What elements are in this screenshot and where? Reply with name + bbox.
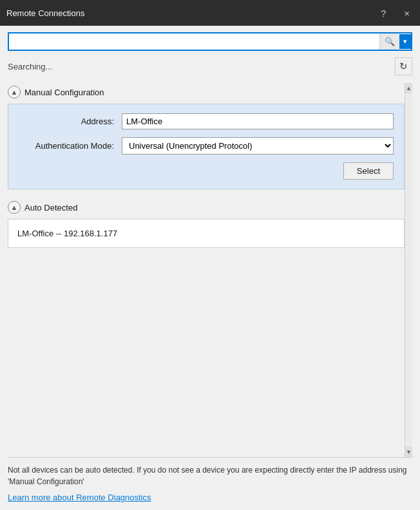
scroll-up-arrow[interactable]: ▲ [405,83,412,93]
title-bar-controls: ? × [377,7,414,19]
chevron-down-icon: ▾ [403,37,407,46]
manual-config-title: Manual Configuration [24,88,104,97]
address-label: Address: [19,117,122,126]
manual-config-toggle[interactable]: ▲ [8,86,21,99]
main-content: 🔍 ▾ Searching... ↻ ▲ Manual Configuratio… [0,26,420,510]
inner-content: ▲ Manual Configuration Address: Authenti… [8,83,405,457]
scrollbar-track [405,93,412,447]
help-button[interactable]: ? [377,7,390,19]
window-title: Remote Connections [6,8,84,18]
auth-mode-row: Authentication Mode: Universal (Unencryp… [19,137,394,155]
address-row: Address: [19,113,394,129]
status-row: Searching... ↻ [8,57,412,75]
title-bar-left: Remote Connections [6,8,84,18]
outer-wrapper: ▲ Manual Configuration Address: Authenti… [8,83,412,457]
auto-detected-toggle[interactable]: ▲ [8,201,21,214]
auto-detected-section-header[interactable]: ▲ Auto Detected [8,198,405,216]
footer: Not all devices can be auto detected. If… [8,457,412,510]
search-icon-button[interactable]: 🔍 [379,33,399,50]
up-arrow-icon: ▲ [406,85,412,91]
list-item[interactable]: LM-Office -- 192.168.1.177 [17,226,395,241]
select-btn-row: Select [19,162,394,180]
search-bar: 🔍 ▾ [8,32,412,51]
close-button[interactable]: × [400,7,414,19]
down-arrow-icon: ▼ [406,449,412,455]
learn-more-link[interactable]: Learn more about Remote Diagnostics [8,493,151,502]
search-input[interactable] [9,33,379,50]
manual-config-section-header[interactable]: ▲ Manual Configuration [8,83,405,101]
address-input[interactable] [122,113,394,129]
search-icon: 🔍 [385,37,395,46]
auth-mode-select[interactable]: Universal (Unencrypted Protocol)Encrypte… [122,137,394,155]
auth-label: Authentication Mode: [19,141,122,151]
refresh-button[interactable]: ↻ [395,57,412,75]
auto-detected-panel: LM-Office -- 192.168.1.177 [8,219,405,248]
footer-note: Not all devices can be auto detected. If… [8,464,412,487]
search-dropdown-button[interactable]: ▾ [399,34,411,49]
right-scrollbar: ▲ ▼ [405,83,412,457]
select-button[interactable]: Select [343,162,394,180]
refresh-icon: ↻ [399,61,408,72]
toggle-up-icon: ▲ [11,88,18,96]
auto-toggle-up-icon: ▲ [11,203,18,211]
title-bar: Remote Connections ? × [0,0,420,26]
auto-detected-title: Auto Detected [24,203,77,212]
scroll-down-arrow[interactable]: ▼ [405,447,412,457]
searching-status: Searching... [8,62,52,71]
manual-config-panel: Address: Authentication Mode: Universal … [8,104,405,189]
